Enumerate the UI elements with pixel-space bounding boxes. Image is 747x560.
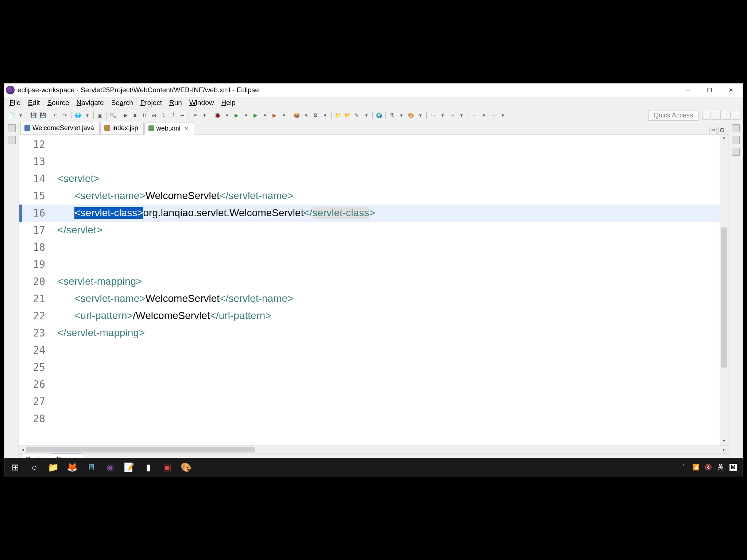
run-icon[interactable]: ▶	[232, 111, 241, 120]
tab-web-xml[interactable]: web.xml ✕	[144, 122, 194, 135]
run-ext-icon[interactable]: ▶	[251, 111, 260, 120]
dropdown-icon[interactable]: ▾	[241, 111, 250, 120]
step-over-icon[interactable]: ⤴	[169, 111, 177, 120]
maximize-button[interactable]: ☐	[699, 83, 720, 97]
menu-source[interactable]: Source	[44, 97, 72, 108]
dropdown-icon[interactable]: ▾	[416, 111, 425, 120]
view-icon[interactable]	[732, 136, 740, 144]
horizontal-scrollbar[interactable]: ◂ ▸	[19, 446, 728, 454]
ime-indicator[interactable]: 英	[717, 464, 724, 471]
firefox-icon[interactable]: 🦊	[63, 459, 81, 476]
menu-search[interactable]: Search	[108, 97, 136, 108]
perspective-debug-icon[interactable]	[732, 111, 740, 120]
dropdown-icon[interactable]: ▾	[222, 111, 231, 120]
wand-icon[interactable]: ✎	[352, 111, 361, 120]
menu-file[interactable]: File	[7, 97, 24, 108]
back-arrow-icon[interactable]: ←	[470, 111, 479, 120]
dropdown-icon[interactable]: ▾	[397, 111, 406, 120]
scroll-thumb[interactable]	[721, 228, 727, 368]
vertical-scrollbar[interactable]: ▴ ▾	[720, 135, 728, 446]
dropdown-icon[interactable]: ▾	[260, 111, 269, 120]
network-icon[interactable]: 📶	[692, 464, 700, 471]
start-button[interactable]: ⊞	[7, 459, 24, 476]
perspective-jee-icon[interactable]	[712, 111, 721, 120]
menu-navigate[interactable]: Navigate	[74, 97, 107, 108]
folder-open-icon[interactable]: 📂	[343, 111, 352, 120]
dropdown-icon[interactable]: ▾	[498, 111, 507, 120]
perspective-open-icon[interactable]	[702, 111, 711, 120]
filter-icon[interactable]: ⚗	[387, 111, 396, 120]
dropdown-icon[interactable]: ▾	[83, 111, 92, 120]
debug-icon[interactable]: 🐞	[213, 111, 222, 120]
menu-edit[interactable]: Edit	[25, 97, 43, 108]
scroll-left-icon[interactable]: ◂	[19, 447, 26, 452]
folder-icon[interactable]: 📁	[333, 111, 342, 120]
zoom-icon[interactable]: 🔍	[108, 111, 117, 120]
save-icon[interactable]: 💾	[29, 111, 38, 120]
tab-welcome-servlet[interactable]: WelcomeServlet.java	[20, 122, 100, 134]
scroll-up-icon[interactable]: ▴	[720, 135, 728, 142]
dropdown-icon[interactable]: ▾	[321, 111, 329, 120]
menu-help[interactable]: Help	[218, 97, 238, 108]
close-button[interactable]: ✕	[720, 83, 741, 97]
menu-project[interactable]: Project	[138, 97, 165, 108]
setting-icon[interactable]: ⚙	[311, 111, 320, 120]
redo-icon[interactable]: ↷	[61, 111, 69, 120]
volume-icon[interactable]: 🔇	[705, 464, 712, 471]
scroll-right-icon[interactable]: ▸	[720, 447, 728, 452]
box-icon[interactable]: ▣	[96, 111, 104, 120]
new-icon[interactable]: 📄	[7, 111, 15, 120]
dropdown-icon[interactable]: ▾	[302, 111, 310, 120]
paint-icon[interactable]: 🎨	[406, 111, 415, 120]
package-icon[interactable]: 📦	[292, 111, 301, 120]
tab-index-jsp[interactable]: index.jsp	[100, 122, 144, 134]
close-icon[interactable]: ✕	[184, 125, 189, 131]
undo-icon[interactable]: ↶	[51, 111, 60, 120]
paint-icon[interactable]: 🎨	[177, 459, 195, 476]
star-icon[interactable]: ✦	[200, 111, 209, 120]
menu-window[interactable]: Window	[186, 97, 217, 108]
eclipse-app-icon[interactable]: ◉	[101, 459, 119, 476]
dropdown-icon[interactable]: ▾	[16, 111, 25, 120]
dropdown-icon[interactable]: ▾	[362, 111, 371, 120]
perspective-java-icon[interactable]	[722, 111, 731, 120]
play-icon[interactable]: ▶	[121, 111, 130, 120]
view-icon[interactable]	[8, 124, 16, 132]
this-pc-icon[interactable]: 🖥	[82, 459, 100, 476]
maximize-view-icon[interactable]: ▢	[718, 127, 725, 134]
back-nav-icon[interactable]: ⇦	[429, 111, 437, 120]
minimize-button[interactable]: ─	[678, 83, 699, 97]
fwd-nav-icon[interactable]: ⇨	[448, 111, 456, 120]
world-icon[interactable]: 🌐	[73, 111, 82, 120]
app-icon[interactable]: ▣	[158, 459, 176, 476]
save-all-icon[interactable]: 💾	[38, 111, 47, 120]
fwd-arrow-icon[interactable]: →	[489, 111, 498, 120]
tray-chevron-icon[interactable]: ˄	[680, 464, 687, 471]
menu-run[interactable]: Run	[166, 97, 185, 108]
app-tray-icon[interactable]: M	[729, 464, 737, 471]
dropdown-icon[interactable]: ▾	[479, 111, 488, 120]
dropdown-icon[interactable]: ▾	[457, 111, 466, 120]
view-icon[interactable]	[732, 148, 740, 156]
step-out-icon[interactable]: ⇥	[178, 111, 187, 120]
stop-icon[interactable]: ■	[131, 111, 139, 120]
server-icon[interactable]: ▶	[270, 111, 279, 120]
dropdown-icon[interactable]: ▾	[438, 111, 447, 120]
file-explorer-icon[interactable]: 📁	[44, 459, 62, 476]
dropdown-icon[interactable]: ▾	[279, 111, 288, 120]
align-icon[interactable]: ≡	[191, 111, 200, 120]
terminal-icon[interactable]: ▮	[139, 459, 157, 476]
globe-icon[interactable]: 🌍	[375, 111, 383, 120]
quick-access-input[interactable]: Quick Access	[648, 110, 698, 121]
minimize-view-icon[interactable]: ▭	[709, 127, 717, 134]
scroll-thumb[interactable]	[26, 447, 255, 452]
view-icon[interactable]	[732, 124, 740, 132]
scroll-down-icon[interactable]: ▾	[720, 438, 728, 446]
step-icon[interactable]: ⤵	[159, 111, 168, 120]
cortana-icon[interactable]: ○	[26, 459, 43, 476]
pause-icon[interactable]: ⏸	[140, 111, 149, 120]
skip-icon[interactable]: ⏭	[150, 111, 158, 120]
code-editor[interactable]: <servlet> <servlet-name>WelcomeServlet</…	[52, 135, 720, 446]
view-icon[interactable]	[8, 136, 16, 144]
notepad-icon[interactable]: 📝	[120, 459, 138, 476]
